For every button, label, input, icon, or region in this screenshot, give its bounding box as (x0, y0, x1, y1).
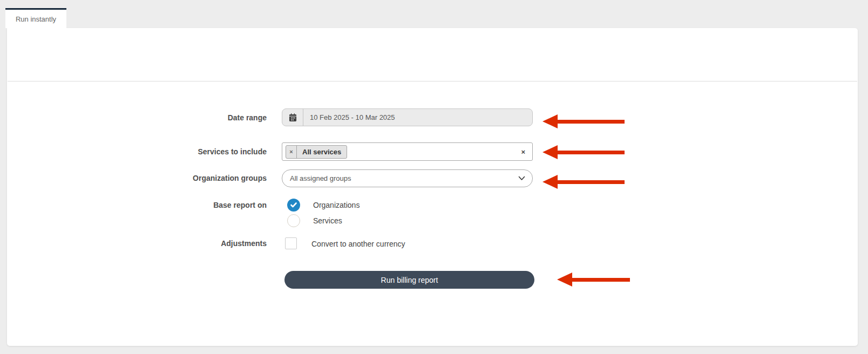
services-multiselect[interactable]: × All services × (282, 142, 533, 161)
annotation-arrow-services (542, 145, 625, 159)
remove-tag-icon[interactable]: × (286, 146, 297, 158)
radio-organizations-label: Organizations (313, 201, 360, 209)
tab-run-instantly[interactable]: Run instantly (5, 8, 66, 28)
annotation-arrow-organization-groups (542, 175, 625, 189)
check-icon (290, 202, 297, 208)
arrow-head-icon (542, 114, 558, 128)
service-tag-label: All services (297, 146, 347, 158)
date-range-label: Date range (105, 113, 267, 122)
arrow-tail (558, 151, 625, 154)
arrow-head-icon (542, 175, 558, 189)
billing-report-page: Run instantly Run the General Billing Re… (0, 0, 868, 354)
calendar-icon (282, 109, 303, 126)
adjustments-label: Adjustments (105, 239, 267, 248)
organization-groups-label: Organization groups (105, 174, 267, 182)
arrow-tail (558, 120, 625, 124)
organization-groups-select[interactable]: All assigned groups (282, 169, 533, 187)
services-label: Services to include (105, 147, 267, 156)
annotation-arrow-run-button (557, 273, 630, 287)
annotation-arrow-date-range (542, 114, 625, 128)
date-range-input[interactable]: 10 Feb 2025 - 10 Mar 2025 (282, 108, 533, 126)
header-divider (8, 81, 857, 81)
radio-services[interactable] (287, 214, 300, 227)
chevron-down-icon (518, 176, 525, 181)
organization-groups-value: All assigned groups (290, 174, 351, 182)
arrow-tail (558, 180, 625, 184)
run-billing-report-button[interactable]: Run billing report (284, 271, 534, 289)
radio-organizations[interactable] (287, 199, 300, 212)
base-report-on-label: Base report on (105, 201, 267, 209)
convert-currency-label: Convert to another currency (311, 240, 405, 248)
selected-service-tag: × All services (286, 145, 347, 159)
arrow-tail (572, 278, 630, 282)
clear-services-icon[interactable]: × (521, 148, 525, 155)
arrow-head-icon (542, 145, 558, 159)
arrow-head-icon (557, 273, 572, 287)
radio-services-label: Services (313, 216, 342, 225)
convert-currency-checkbox[interactable] (285, 237, 297, 249)
date-range-value: 10 Feb 2025 - 10 Mar 2025 (303, 113, 395, 121)
tab-label: Run instantly (16, 15, 56, 23)
